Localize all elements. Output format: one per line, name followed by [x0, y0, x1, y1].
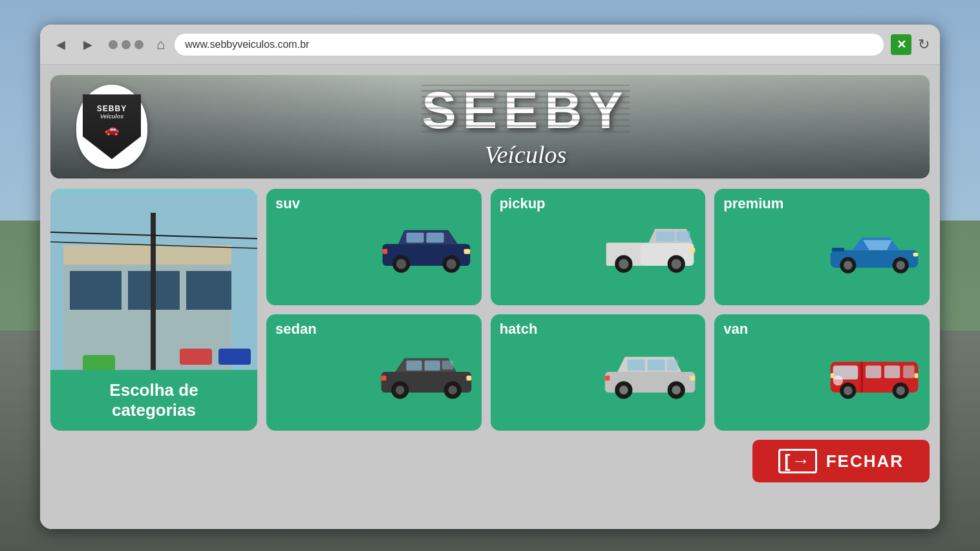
- browser-window: ◀ ▶ ⌂ www.sebbyveiculos.com.br ✕ ↻ SEBBY: [40, 25, 940, 529]
- svg-rect-47: [381, 376, 386, 381]
- svg-rect-2: [63, 245, 231, 265]
- svg-point-33: [844, 261, 853, 270]
- hatch-car-image: [600, 343, 700, 402]
- svg-rect-11: [218, 349, 251, 365]
- dot-2: [122, 40, 131, 49]
- svg-rect-36: [913, 253, 919, 257]
- pickup-car-image: [600, 218, 700, 276]
- dot-1: [109, 40, 118, 49]
- category-tile-sedan[interactable]: sedan: [266, 314, 482, 431]
- shield-icon: SEBBY Veículos 🚗: [83, 94, 141, 159]
- svg-rect-46: [466, 376, 471, 381]
- premium-tile-inner: premium: [714, 189, 930, 305]
- browser-close-x-button[interactable]: ✕: [891, 34, 911, 55]
- svg-rect-10: [180, 349, 212, 365]
- svg-rect-40: [424, 361, 440, 371]
- svg-rect-21: [382, 249, 387, 254]
- svg-point-55: [672, 385, 681, 394]
- header-banner: SEBBY Veículos 🚗 SEEBY Veículos: [50, 75, 930, 178]
- main-category-label: Escolha de categorias: [50, 370, 257, 431]
- svg-rect-39: [406, 361, 421, 371]
- svg-rect-12: [83, 355, 115, 371]
- browser-toolbar: ◀ ▶ ⌂ www.sebbyveiculos.com.br ✕ ↻: [40, 25, 940, 65]
- svg-rect-41: [442, 361, 453, 370]
- svg-rect-3: [70, 271, 122, 310]
- fechar-label: FECHAR: [826, 451, 904, 471]
- header-title-area: SEEBY Veículos: [147, 85, 904, 169]
- svg-rect-70: [831, 373, 835, 378]
- svg-rect-23: [641, 243, 694, 266]
- suv-tile-inner: suv: [266, 189, 482, 305]
- svg-rect-30: [689, 248, 696, 253]
- svg-rect-61: [866, 365, 881, 378]
- logo-badge: SEBBY Veículos 🚗: [76, 85, 147, 169]
- browser-content: SEBBY Veículos 🚗 SEEBY Veículos: [40, 65, 940, 529]
- header-sub-title: Veículos: [485, 140, 567, 169]
- svg-point-43: [396, 385, 405, 394]
- close-x-icon: ✕: [897, 38, 906, 52]
- main-category-text: Escolha de categorias: [63, 380, 244, 420]
- categories-grid: Escolha de categorias suv: [50, 189, 930, 431]
- svg-point-19: [446, 259, 456, 269]
- fechar-icon: [→: [778, 449, 816, 473]
- svg-rect-7: [151, 213, 156, 374]
- category-tile-main[interactable]: Escolha de categorias: [50, 189, 257, 431]
- svg-point-35: [896, 261, 905, 270]
- category-tile-van[interactable]: van: [714, 314, 930, 431]
- svg-rect-63: [903, 365, 914, 378]
- fechar-button[interactable]: [→ FECHAR: [752, 440, 930, 482]
- suv-car-image: [376, 218, 476, 276]
- van-car-image: [824, 343, 924, 402]
- category-tile-pickup[interactable]: pickup: [491, 189, 706, 305]
- svg-point-68: [833, 376, 844, 386]
- header-main-title: SEEBY: [421, 85, 629, 136]
- svg-point-53: [619, 385, 628, 394]
- sedan-car-image: [376, 343, 476, 402]
- category-tile-hatch[interactable]: hatch: [491, 314, 706, 431]
- svg-rect-50: [648, 360, 665, 371]
- back-button[interactable]: ◀: [50, 34, 71, 55]
- svg-rect-62: [884, 365, 900, 378]
- svg-point-65: [844, 386, 853, 395]
- svg-rect-69: [914, 373, 918, 378]
- svg-rect-14: [406, 233, 423, 243]
- svg-point-17: [396, 259, 407, 269]
- shield-logo-name: SEBBY Veículos 🚗: [97, 104, 127, 137]
- pickup-label: pickup: [500, 195, 546, 212]
- svg-rect-24: [657, 232, 676, 242]
- hatch-tile-inner: hatch: [491, 314, 706, 431]
- forward-button[interactable]: ▶: [78, 34, 98, 55]
- van-label: van: [723, 321, 748, 338]
- premium-car-image: [824, 218, 924, 276]
- category-tile-suv[interactable]: suv: [266, 189, 482, 305]
- svg-point-27: [619, 259, 629, 269]
- pickup-tile-inner: pickup: [491, 189, 706, 305]
- suv-label: suv: [275, 195, 300, 212]
- svg-rect-5: [186, 271, 231, 310]
- url-text: www.sebbyveiculos.com.br: [185, 39, 309, 50]
- sedan-label: sedan: [275, 321, 317, 338]
- dot-3: [134, 40, 144, 49]
- svg-rect-25: [677, 232, 690, 242]
- logo-badge-wrapper: SEBBY Veículos 🚗: [83, 94, 141, 159]
- category-tile-premium[interactable]: premium: [714, 189, 930, 305]
- refresh-button[interactable]: ↻: [918, 36, 930, 53]
- van-tile-inner: van: [714, 314, 930, 431]
- home-button[interactable]: ⌂: [156, 36, 165, 53]
- hatch-label: hatch: [500, 321, 538, 338]
- sedan-tile-inner: sedan: [266, 314, 482, 431]
- url-bar[interactable]: www.sebbyveiculos.com.br: [174, 33, 884, 56]
- nav-dots: [109, 40, 144, 49]
- svg-rect-51: [667, 360, 678, 371]
- svg-point-67: [896, 386, 905, 395]
- svg-rect-49: [628, 360, 645, 371]
- svg-rect-20: [463, 249, 470, 254]
- bottom-bar: [→ FECHAR: [50, 440, 930, 482]
- svg-rect-15: [426, 233, 443, 243]
- svg-point-29: [672, 259, 682, 269]
- svg-rect-57: [605, 376, 610, 381]
- svg-point-45: [448, 385, 457, 394]
- svg-rect-37: [832, 248, 844, 252]
- premium-label: premium: [723, 195, 783, 212]
- svg-rect-56: [690, 376, 696, 381]
